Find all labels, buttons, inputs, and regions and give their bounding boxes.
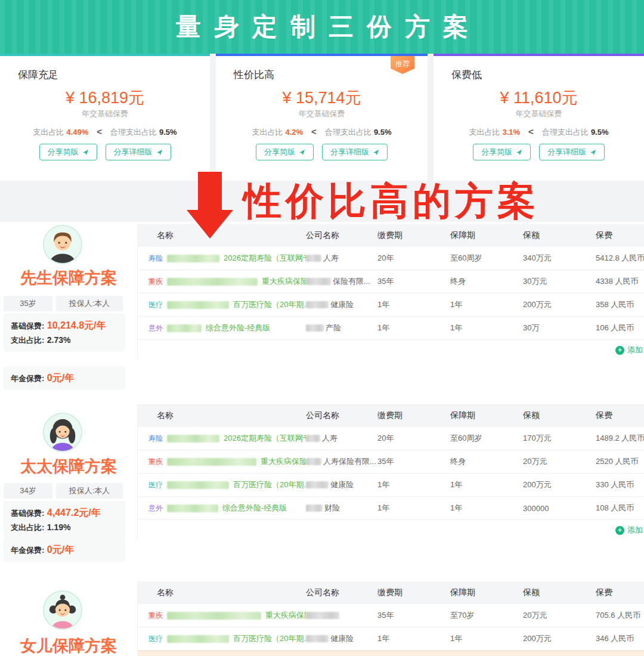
- share-detail-button[interactable]: 分享详细版: [539, 144, 605, 160]
- col-amount: 保额: [523, 410, 596, 421]
- table-header: 名称 公司名称 缴费期 保障期 保额 保费: [138, 404, 644, 427]
- col-coverage-period: 保障期: [450, 410, 523, 421]
- expense-ratio-value: 2.73%: [47, 335, 71, 345]
- product-name-link[interactable]: 重大疾病保险: [262, 276, 306, 287]
- base-premium-value: 4,447.2元/年: [47, 508, 101, 518]
- fair-ratio-value: 9.5%: [374, 128, 392, 137]
- product-type-tag: 意外: [148, 323, 163, 333]
- add-product-button[interactable]: +添加: [615, 345, 643, 355]
- coverage-amount: 200万元: [523, 633, 596, 644]
- down-arrow-icon: [187, 172, 233, 239]
- product-name-link[interactable]: 2026定期寿险（互联网专...: [224, 253, 306, 264]
- col-company: 公司名称: [306, 410, 377, 421]
- member-name: 先生保障方案: [0, 267, 137, 289]
- annuity-info-box: 年金保费: 0元/年: [4, 366, 125, 390]
- col-amount: 保额: [523, 587, 596, 598]
- fair-ratio-label: 合理支出占比: [110, 128, 157, 137]
- share-simple-button[interactable]: 分享简版: [256, 144, 314, 160]
- premium: 358 人民币: [596, 299, 644, 310]
- base-premium-value: 10,214.8元/年: [47, 320, 106, 330]
- coverage-period: 1年: [450, 633, 523, 644]
- plan-title: 性价比高: [234, 68, 274, 82]
- coverage-period: 1年: [450, 503, 523, 513]
- less-than: <: [528, 126, 534, 137]
- member-section-husband: 先生保障方案 35岁 投保人:本人 基础保费: 10,214.8元/年 支出占比…: [0, 224, 644, 404]
- redacted-text: [306, 255, 321, 262]
- plan-title: 保障充足: [18, 68, 58, 82]
- premium-info-box: 基础保费: 4,447.2元/年 支出占比: 1.19%: [4, 501, 125, 539]
- product-type-tag: 医疗: [148, 300, 163, 310]
- policyholder-chip: 投保人:本人: [56, 296, 123, 311]
- col-name: 名称: [157, 410, 306, 421]
- base-premium-label: 基础保费:: [11, 509, 44, 518]
- coverage-period: 1年: [450, 299, 523, 310]
- paper-plane-icon: [516, 149, 522, 156]
- product-type-tag: 寿险: [148, 253, 163, 264]
- plan-ratio-line: 支出占比4.2%<合理支出占比9.5%: [216, 126, 428, 138]
- company-name: 财险: [324, 503, 340, 513]
- recommended-badge: 推荐: [391, 56, 414, 74]
- age-chip: 35岁: [4, 296, 52, 311]
- share-detail-button[interactable]: 分享详细版: [106, 144, 171, 160]
- paper-plane-icon: [82, 149, 89, 156]
- redacted-text: [167, 301, 229, 309]
- pay-period: 35年: [377, 276, 450, 287]
- share-simple-label: 分享简版: [481, 147, 512, 157]
- redacted-text: [306, 612, 339, 619]
- coverage-amount: 340万元: [523, 253, 596, 264]
- share-simple-button[interactable]: 分享简版: [39, 144, 97, 160]
- coverage-amount: 30万元: [523, 276, 596, 287]
- premium: 705.6 人民币: [596, 610, 644, 621]
- less-than: <: [97, 126, 102, 137]
- product-name-link[interactable]: 综合意外险-经典版: [222, 503, 287, 513]
- redacted-text: [167, 435, 219, 443]
- company-name: 保险有限...: [333, 276, 370, 287]
- plan-card-adequate: 保障充足 ¥ 16,819元 年交基础保费 支出占比4.49%<合理支出占比9.…: [0, 54, 210, 181]
- fair-ratio-label: 合理支出占比: [542, 128, 589, 137]
- share-simple-button[interactable]: 分享简版: [473, 144, 531, 160]
- product-name-link[interactable]: 综合意外险-经典版: [206, 323, 270, 333]
- plan-price-label: 年交基础保费: [0, 109, 210, 119]
- product-type-tag: 寿险: [148, 434, 163, 444]
- company-name: 人寿保险有限...: [323, 456, 376, 467]
- coverage-period: 至60周岁: [450, 433, 523, 444]
- annuity-value: 0元/年: [47, 544, 74, 555]
- product-name-link[interactable]: 百万医疗险（20年期...: [233, 479, 306, 490]
- plan-ratio-line: 支出占比3.1%<合理支出占比9.5%: [434, 126, 644, 138]
- coverage-amount: 200万元: [523, 479, 596, 490]
- ratio-value: 4.49%: [66, 128, 88, 137]
- coverage-period: 1年: [450, 479, 523, 490]
- share-detail-label: 分享详细版: [547, 147, 586, 157]
- highlighted-row-partial: [138, 651, 644, 656]
- product-name-link[interactable]: 百万医疗险（20年期...: [233, 299, 306, 310]
- product-name-link[interactable]: 重大疾病保险-...: [265, 610, 306, 621]
- coverage-amount: 20万元: [523, 456, 596, 467]
- table-row: 意外综合意外险-经典版 财险 1年 1年 300000 108 人民币: [138, 497, 644, 520]
- redacted-text: [306, 635, 329, 642]
- col-pay-period: 缴费期: [377, 410, 450, 421]
- product-type-tag: 意外: [148, 503, 163, 513]
- coverage-amount: 300000: [523, 504, 596, 513]
- redacted-text: [306, 301, 329, 308]
- share-detail-button[interactable]: 分享详细版: [322, 144, 388, 160]
- premium: 2520 人民币: [596, 456, 644, 467]
- premium: 106 人民币: [596, 323, 644, 333]
- plan-title: 保费低: [451, 68, 482, 82]
- coverage-amount: 30万: [523, 323, 596, 333]
- add-product-button[interactable]: +添加: [615, 525, 643, 536]
- redacted-text: [306, 505, 323, 512]
- col-premium: 保费: [596, 587, 644, 598]
- expense-ratio-label: 支出占比:: [11, 336, 44, 345]
- product-name-link[interactable]: 重大疾病保险: [261, 456, 306, 467]
- redacted-text: [306, 458, 321, 465]
- premium-info-box: 基础保费: 10,214.8元/年 支出占比: 2.73%: [4, 314, 125, 352]
- avatar-girl: [43, 590, 82, 630]
- expense-ratio-label: 支出占比:: [11, 523, 44, 532]
- product-name-link[interactable]: 2026定期寿险（互联网专...: [224, 433, 306, 444]
- table-row: 重疾重大疾病保险 保险有限... 35年 终身 30万元 4338 人民币: [138, 270, 644, 293]
- top-banner: 量身定制三份方案: [0, 0, 644, 54]
- products-table: 名称 公司名称 缴费期 保障期 保额 保费 重疾重大疾病保险-... 35年 至…: [137, 581, 644, 656]
- plan-price: ¥ 11,610元: [434, 87, 644, 109]
- pay-period: 1年: [377, 479, 450, 490]
- product-name-link[interactable]: 百万医疗险（20年期...: [233, 633, 306, 644]
